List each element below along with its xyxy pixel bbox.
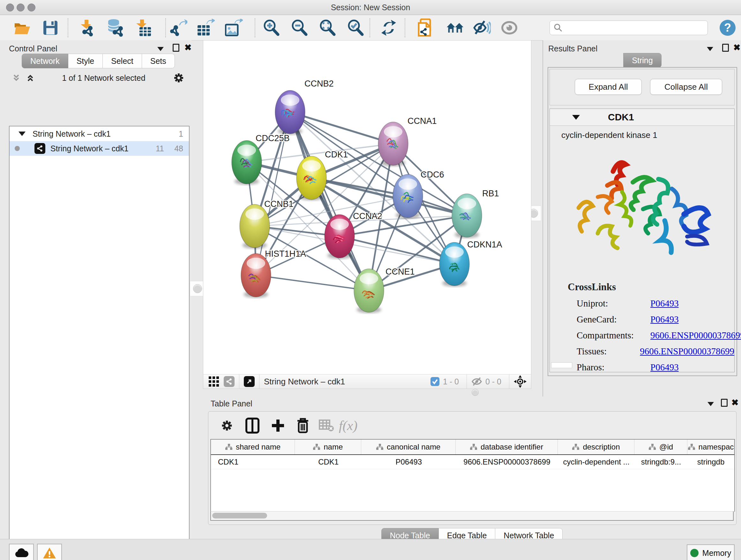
crosslink-label: Compartments: — [550, 330, 632, 341]
gene-section-header[interactable]: CDK1 — [550, 109, 734, 126]
expand-all-icon[interactable] — [25, 73, 35, 83]
bottom-splitter-handle[interactable] — [472, 389, 479, 396]
string-results-container: Expand All Collapse All CDK1 cyclin-depe… — [548, 67, 737, 376]
scrollbar-thumb[interactable] — [212, 513, 267, 518]
node-label: CCNB2 — [305, 79, 334, 88]
refresh-icon[interactable] — [380, 19, 398, 36]
zoom-in-icon[interactable] — [262, 19, 280, 36]
control-panel-close-icon[interactable]: ✖ — [183, 43, 193, 52]
table-horizontal-scrollbar[interactable] — [210, 511, 734, 521]
network-node-ccne1[interactable]: CCNE1 — [354, 267, 415, 313]
column-header-name[interactable]: name — [295, 440, 361, 454]
selected-nodes-checkbox-icon[interactable] — [430, 377, 440, 386]
zoom-out-icon[interactable] — [290, 19, 308, 36]
crosslink-value: 9606.ENSP00000378699 — [640, 346, 734, 357]
add-column-icon[interactable] — [269, 417, 287, 435]
help-icon[interactable]: ? — [719, 19, 737, 36]
network-share-icon[interactable] — [224, 376, 234, 387]
export-network-icon[interactable] — [170, 19, 188, 36]
table-cell[interactable]: CDK1 — [295, 455, 361, 469]
results-panel-float-icon[interactable] — [720, 43, 731, 52]
search-input[interactable] — [549, 20, 708, 35]
network-edge[interactable] — [290, 112, 369, 291]
crosslink-value: P06493 — [650, 298, 679, 309]
zoom-selected-icon[interactable] — [347, 19, 364, 36]
zoom-fit-icon[interactable] — [319, 19, 336, 36]
save-session-icon[interactable] — [42, 19, 59, 36]
results-panel-menu-icon[interactable] — [704, 44, 716, 54]
gene-expander-icon[interactable] — [572, 115, 580, 120]
tab-string[interactable]: String — [623, 53, 661, 68]
table-options-gear-icon[interactable] — [218, 417, 236, 435]
table-row[interactable]: CDK1CDK1P064939606.ENSP00000378699cyclin… — [211, 455, 734, 469]
crosslink-link[interactable]: 9606.ENSP00000378699 — [640, 346, 734, 356]
hide-selected-icon[interactable] — [473, 19, 491, 36]
tab-sets[interactable]: Sets — [142, 54, 175, 68]
string-network-graph[interactable]: CCNB2CCNA1CDC25BCDK1CDC6RB1CCNB1CCNA2CDK… — [203, 41, 531, 374]
table-cell[interactable]: stringdb — [687, 455, 734, 469]
column-header-database-identifier[interactable]: database identifier — [456, 440, 558, 454]
network-node-cdkn1a[interactable]: CDKN1A — [440, 240, 502, 287]
home-networks-icon[interactable] — [446, 19, 464, 36]
table-panel-float-icon[interactable] — [719, 398, 730, 408]
table-panel-close-icon[interactable]: ✖ — [730, 398, 740, 408]
open-session-icon[interactable] — [13, 19, 31, 36]
export-table-icon[interactable] — [197, 19, 215, 36]
show-eye-icon[interactable] — [500, 19, 518, 36]
expand-collapse-box: Expand All Collapse All — [549, 69, 735, 105]
warning-status-button[interactable] — [37, 544, 62, 560]
memory-button[interactable]: Memory — [687, 544, 735, 560]
delete-column-icon[interactable] — [294, 417, 312, 435]
table-cell[interactable]: 9606.ENSP00000378699 — [456, 455, 558, 469]
crosslink-link[interactable]: P06493 — [650, 298, 679, 308]
crosslink-link[interactable]: P06493 — [650, 314, 679, 324]
table-cell[interactable]: P06493 — [361, 455, 456, 469]
hidden-eye-slash-icon[interactable] — [471, 377, 482, 386]
tab-style[interactable]: Style — [68, 54, 103, 68]
network-edge[interactable] — [256, 275, 369, 291]
column-header-namespac[interactable]: namespac — [687, 440, 734, 454]
column-header--id[interactable]: @id — [634, 440, 687, 454]
network-edge[interactable] — [290, 112, 393, 144]
network-options-gear-icon[interactable] — [172, 71, 185, 84]
crosslink-link[interactable]: P06493 — [650, 362, 679, 372]
network-edge[interactable] — [340, 236, 455, 264]
control-panel-menu-icon[interactable] — [155, 44, 166, 54]
open-in-browser-icon[interactable] — [244, 376, 255, 387]
show-columns-icon[interactable] — [244, 417, 261, 435]
tab-select[interactable]: Select — [103, 54, 142, 68]
collection-expander-icon[interactable] — [18, 132, 25, 136]
column-header-shared-name[interactable]: shared name — [211, 440, 295, 454]
network-node-hist1h1a[interactable]: HIST1H1A — [241, 249, 306, 298]
network-row-selected[interactable]: String Network – cdk1 11 48 — [10, 141, 189, 156]
network-node-ccna1[interactable]: CCNA1 — [378, 116, 437, 166]
import-network-icon[interactable] — [77, 19, 95, 36]
network-node-ccna2[interactable]: CCNA2 — [325, 211, 382, 259]
results-panel-close-icon[interactable]: ✖ — [731, 43, 741, 52]
network-collection-row[interactable]: String Network – cdk1 1 — [10, 126, 189, 141]
network-node-ccnb2[interactable]: CCNB2 — [275, 79, 334, 135]
expand-all-button[interactable]: Expand All — [575, 79, 642, 95]
network-node-rb1[interactable]: RB1 — [452, 189, 499, 238]
network-node-cdc6[interactable]: CDC6 — [393, 170, 444, 219]
collapse-all-icon[interactable] — [11, 73, 21, 83]
table-cell[interactable]: cyclin-dependent ... — [558, 455, 635, 469]
birdseye-grid-icon[interactable] — [208, 376, 219, 387]
column-header-description[interactable]: description — [558, 440, 635, 454]
crosslink-link[interactable]: 9606.ENSP00000378699 — [650, 330, 741, 340]
export-image-icon[interactable] — [225, 19, 243, 36]
clone-network-icon[interactable] — [416, 19, 434, 36]
network-view-canvas[interactable]: CCNB2CCNA1CDC25BCDK1CDC6RB1CCNB1CCNA2CDK… — [203, 40, 531, 375]
table-panel-menu-icon[interactable] — [705, 399, 716, 409]
cloud-status-button[interactable] — [9, 544, 34, 560]
fit-crosshair-icon[interactable] — [514, 375, 527, 388]
section-scrollbar[interactable] — [551, 362, 572, 368]
import-table-icon[interactable] — [135, 19, 152, 36]
control-panel-float-icon[interactable] — [171, 43, 181, 52]
tab-network[interactable]: Network — [22, 54, 68, 68]
table-cell[interactable]: CDK1 — [211, 455, 295, 469]
table-cell[interactable]: stringdb:9... — [635, 455, 687, 469]
import-database-icon[interactable] — [106, 19, 124, 36]
column-header-canonical-name[interactable]: canonical name — [361, 440, 456, 454]
collapse-all-button[interactable]: Collapse All — [650, 79, 722, 95]
